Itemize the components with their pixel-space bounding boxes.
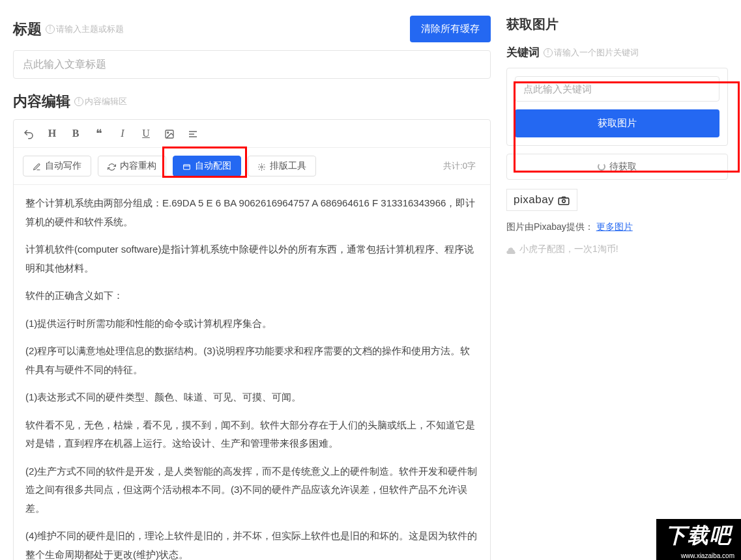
svg-rect-5 [184, 164, 190, 169]
editor-section-header: 内容编辑 ! 内容编辑区 [13, 92, 491, 111]
heading-icon[interactable]: H [46, 128, 58, 139]
auto-image-label: 自动配图 [195, 160, 231, 172]
pencil-icon [33, 161, 41, 171]
quote-icon[interactable]: ❝ [93, 126, 105, 141]
align-left-icon[interactable] [187, 128, 199, 139]
auto-image-button[interactable]: 自动配图 [173, 156, 241, 176]
action-toolbar: 自动写作 内容重构 自动配图 [14, 148, 490, 185]
auto-write-label: 自动写作 [45, 160, 81, 172]
pending-label: 待获取 [609, 161, 637, 173]
underline-icon[interactable]: U [140, 128, 152, 139]
svg-point-1 [167, 132, 169, 133]
keyword-hint: 请输入一个图片关键词 [554, 47, 639, 59]
spinner-icon [598, 163, 605, 171]
restructure-label: 内容重构 [120, 160, 156, 172]
image-panel-title: 获取图片 [506, 16, 559, 33]
italic-icon[interactable]: I [117, 128, 128, 139]
more-images-link[interactable]: 更多图片 [596, 221, 633, 232]
credit-line: 图片由Pixabay提供： 更多图片 [506, 221, 728, 233]
layout-icon [257, 161, 266, 171]
paragraph: (2)程序可以满意地处理信息的数据结构。(3)说明程序功能要求和程序需要的文档的… [25, 342, 478, 379]
svg-point-7 [261, 165, 263, 167]
restructure-button[interactable]: 内容重构 [98, 156, 166, 176]
info-icon: ! [74, 97, 83, 106]
keyword-box: 获取图片 [506, 68, 728, 146]
layout-tool-button[interactable]: 排版工具 [248, 156, 316, 176]
image-icon[interactable] [164, 128, 175, 139]
pending-button[interactable]: 待获取 [506, 154, 728, 180]
title-section-header: 标题 ! 请输入主题或标题 清除所有缓存 [13, 16, 491, 42]
keyword-label: 关键词 [506, 45, 540, 60]
cloud-icon [506, 244, 517, 255]
layout-tool-label: 排版工具 [270, 160, 306, 172]
paragraph: 计算机软件(computer software)是指计算机系统中除硬件以外的所有… [25, 240, 478, 277]
article-title-input[interactable] [13, 50, 491, 79]
format-toolbar: H B ❝ I U [14, 120, 490, 148]
svg-rect-8 [559, 198, 570, 204]
watermark-url: www.xiazaiba.com [656, 552, 741, 560]
watermark-text: 下载吧 [656, 519, 741, 552]
credit-prefix: 图片由Pixabay提供： [506, 221, 594, 232]
info-icon: ! [46, 25, 55, 34]
editor-hint: 内容编辑区 [85, 96, 127, 107]
title-label: 标题 [13, 20, 42, 39]
editor-label: 内容编辑 [13, 92, 70, 111]
fetch-image-button[interactable]: 获取图片 [515, 109, 719, 137]
image-panel: 获取图片 关键词 ! 请输入一个图片关键词 获取图片 待获取 pixabay 图… [506, 16, 728, 560]
title-hint: 请输入主题或标题 [56, 23, 124, 35]
paragraph: (4)维护不同的硬件是旧的，理论上软件是旧的，并不坏，但实际上软件也是旧的和坏的… [25, 527, 478, 560]
image-panel-header: 获取图片 [506, 16, 728, 33]
main-column: 标题 ! 请输入主题或标题 清除所有缓存 内容编辑 ! 内容编辑区 H B ❝ … [13, 16, 491, 560]
keyword-header: 关键词 ! 请输入一个图片关键词 [506, 45, 728, 60]
paragraph: (1)提供运行时所需功能和性能的命令或计算机程序集合。 [25, 315, 478, 333]
camera-icon [557, 194, 570, 205]
pixabay-text: pixabay [514, 193, 554, 206]
image-match-icon [182, 161, 191, 171]
paragraph: (2)生产方式不同的软件是开发，是人类智能的高发挥，而不是传统意义上的硬件制造。… [25, 462, 478, 518]
info-icon: ! [544, 48, 553, 57]
auto-write-button[interactable]: 自动写作 [23, 156, 91, 176]
note-text: 小虎子配图，一次1淘币! [519, 244, 618, 255]
bold-icon[interactable]: B [70, 128, 81, 139]
clear-cache-button[interactable]: 清除所有缓存 [410, 16, 491, 42]
refresh-icon [108, 161, 116, 171]
paragraph: 软件看不见，无色，枯燥，看不见，摸不到，闻不到。软件大部分存在于人们的头脑或纸上… [25, 416, 478, 453]
keyword-input[interactable] [515, 76, 719, 102]
editor-box: H B ❝ I U 自动写作 [13, 119, 491, 560]
paragraph: (1)表达形式不同的硬件类型、颜色、味道、可见、可摸、可闻。 [25, 388, 478, 407]
word-count: 共计:0字 [443, 160, 476, 172]
note-line: 小虎子配图，一次1淘币! [506, 244, 728, 255]
undo-icon[interactable] [23, 127, 35, 139]
svg-point-9 [562, 199, 566, 203]
paragraph: 整个计算机系统由两部分组成：E.69DA 5 E 6 BA 9062616964… [25, 194, 478, 231]
watermark: 下载吧 www.xiazaiba.com [656, 519, 741, 560]
pixabay-badge: pixabay [506, 189, 577, 211]
editor-content[interactable]: 整个计算机系统由两部分组成：E.69DA 5 E 6 BA 9062616964… [14, 185, 490, 560]
paragraph: 软件的正确含义如下： [25, 287, 478, 305]
